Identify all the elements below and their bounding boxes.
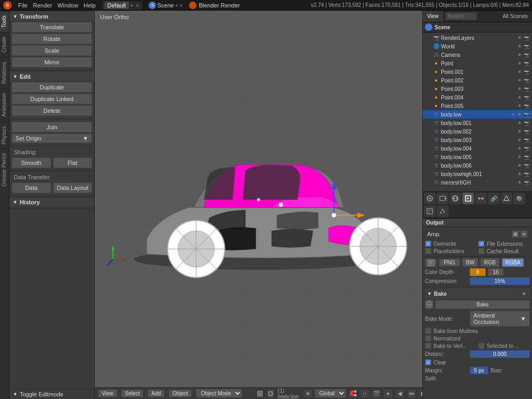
margin-value[interactable]: 5 px [470, 367, 488, 375]
mirrorshigh-eye-btn[interactable]: 👁 [517, 179, 523, 186]
point002-eye-btn[interactable]: 👁 [517, 77, 523, 84]
proportional-btn[interactable]: ○ [360, 389, 370, 398]
prop-icon-materials[interactable] [513, 193, 525, 204]
body-low003-eye-btn[interactable]: 👁 [517, 137, 523, 143]
body-low004-cam-btn[interactable]: 📷 [523, 145, 530, 152]
toggle-editmode[interactable]: ▼ Toggle Editmode [10, 389, 94, 399]
tree-item-body-low-003[interactable]: ▽ body.low.003 👁 📷 [423, 136, 532, 144]
body-low001-eye-btn[interactable]: 👁 [517, 120, 523, 126]
file-format-select[interactable]: PNG [439, 259, 460, 267]
global-local-select[interactable]: Global [315, 389, 346, 398]
viewport[interactable]: User Ortho [95, 11, 423, 399]
prop-icon-compositing[interactable] [475, 193, 487, 204]
edit-header[interactable]: ▼ Edit [10, 72, 94, 81]
bake-mode-select[interactable]: Ambient Occlusion ▼ [470, 311, 530, 327]
prop-icon-object-data[interactable] [501, 193, 512, 204]
tree-item-body-low-004[interactable]: ▽ body.low.004 👁 📷 [423, 144, 532, 153]
duplicate-linked-button[interactable]: Duplicate Linked [12, 94, 92, 104]
history-header[interactable]: ▼ History [10, 198, 94, 206]
body-lowhigh001-cam-btn[interactable]: 📷 [523, 171, 530, 177]
tree-item-body-low[interactable]: ▽ body.low ✕ 👁 📷 [423, 110, 532, 119]
side-tab-physics[interactable]: Physics [0, 121, 9, 148]
normalized-checkbox[interactable] [425, 335, 431, 342]
prop-icon-particles[interactable] [437, 205, 448, 217]
side-tab-animation[interactable]: Animation [0, 88, 9, 121]
body-low-restrict-btn[interactable]: ✕ [510, 111, 516, 118]
prop-icon-output[interactable] [462, 193, 474, 204]
bake-vert-checkbox[interactable] [425, 343, 431, 349]
tree-item-point003[interactable]: ● Point.003 👁 📷 [423, 85, 532, 93]
body-low002-cam-btn[interactable]: 📷 [523, 128, 530, 135]
tree-item-point004[interactable]: ● Point.004 👁 📷 [423, 93, 532, 102]
scene-close[interactable]: × [179, 2, 183, 9]
compression-value[interactable]: 15% [470, 277, 530, 285]
body-low001-cam-btn[interactable]: 📷 [523, 120, 530, 126]
tree-item-mirrorshigh[interactable]: ▽ mirrorsHIGH 👁 📷 [423, 178, 532, 187]
bake-options-btn[interactable]: ≡ [520, 290, 528, 297]
object-menu-btn[interactable]: Object [169, 389, 192, 397]
tree-item-body-low-006[interactable]: ▽ body.low.006 👁 📷 [423, 161, 532, 170]
body-low-eye-btn[interactable]: 👁 [517, 111, 523, 118]
body-low003-cam-btn[interactable]: 📷 [523, 137, 530, 143]
bake-section-header[interactable]: ▼ Bake ≡ [425, 289, 530, 298]
color-mode-rgb[interactable]: RGB [480, 258, 500, 267]
renderlayers-cam-btn[interactable]: 📷 [523, 35, 530, 41]
point002-cam-btn[interactable]: 📷 [523, 77, 530, 84]
viewport-icon-btn[interactable] [257, 390, 263, 397]
renderlayers-eye-btn[interactable]: 👁 [517, 35, 523, 41]
tree-item-camera[interactable]: 🎥 Camera 👁 📷 [423, 51, 532, 59]
mode-select[interactable]: Object Mode [196, 389, 242, 398]
transform-header[interactable]: ▼ Transform [10, 12, 94, 21]
view-menu-btn[interactable]: View [98, 389, 117, 397]
body-lowhigh001-eye-btn[interactable]: 👁 [517, 171, 523, 177]
body-low002-eye-btn[interactable]: 👁 [517, 128, 523, 135]
duplicate-button[interactable]: Duplicate [12, 82, 92, 93]
join-button[interactable]: Join [12, 122, 92, 132]
frame-btn[interactable]: ⏮ [407, 389, 416, 398]
body-low004-eye-btn[interactable]: 👁 [517, 145, 523, 152]
point-eye-btn[interactable]: 👁 [517, 60, 523, 66]
smooth-button[interactable]: Smooth [12, 157, 51, 168]
delete-button[interactable]: Delete [12, 105, 92, 116]
camera-restrict-btn[interactable]: 📷 [523, 52, 530, 58]
set-origin-select[interactable]: Set Origin ▼ [12, 134, 92, 143]
bake-type-icon[interactable] [425, 300, 433, 309]
file-extensions-checkbox[interactable] [478, 240, 485, 247]
bake-button[interactable]: Bake [435, 300, 530, 309]
overwrite-checkbox[interactable] [425, 240, 431, 247]
tree-item-point001[interactable]: ● Point.001 👁 📷 [423, 68, 532, 76]
record-btn[interactable]: ● [383, 389, 393, 398]
prop-icon-world[interactable] [449, 193, 461, 204]
side-tab-grease-pencil[interactable]: Grease Pencil [0, 148, 9, 191]
timeline-btn[interactable]: ◀ [395, 389, 405, 398]
add-menu-btn[interactable]: Add [148, 389, 165, 397]
color-mode-bw[interactable]: BW [462, 258, 478, 267]
side-tab-create[interactable]: Create [0, 32, 9, 57]
scale-button[interactable]: Scale [12, 45, 92, 56]
placeholders-checkbox[interactable] [425, 248, 431, 254]
point001-eye-btn[interactable]: 👁 [517, 69, 523, 75]
magnet-icon-btn[interactable]: 🧲 [348, 389, 358, 398]
prop-icon-object-constraints[interactable]: 🔗 [488, 193, 500, 204]
all-scenes-tab[interactable]: All Scenes [498, 11, 532, 22]
pivot-icon-btn[interactable]: ⊕ [303, 389, 313, 398]
point003-cam-btn[interactable]: 📷 [523, 86, 530, 92]
menu-help[interactable]: Help [84, 2, 96, 9]
color-mode-rgba[interactable]: RGBA [502, 258, 524, 267]
data-layout-button[interactable]: Data Layout [53, 182, 93, 193]
side-tab-relations[interactable]: Relations [0, 57, 9, 88]
tree-item-point002[interactable]: ● Point.002 👁 📷 [423, 76, 532, 85]
clear-checkbox[interactable] [425, 359, 431, 365]
body-low005-eye-btn[interactable]: 👁 [517, 154, 523, 160]
prop-icon-textures[interactable] [424, 205, 436, 217]
body-low006-cam-btn[interactable]: 📷 [523, 162, 530, 169]
amp-icon-btn[interactable]: ⊞ [512, 230, 519, 238]
close-layout-btn[interactable]: × [135, 2, 140, 9]
outliner-search-input[interactable] [445, 12, 477, 20]
tree-item-body-lowhigh-001[interactable]: ▽ body.lowhigh.001 👁 📷 [423, 170, 532, 178]
body-low006-eye-btn[interactable]: 👁 [517, 162, 523, 169]
menu-window[interactable]: Window [58, 2, 78, 9]
point-cam-btn[interactable]: 📷 [523, 60, 530, 66]
tree-item-renderlayers[interactable]: 📷 RenderLayers 👁 📷 [423, 34, 532, 42]
mirror-button[interactable]: Mirror [12, 57, 92, 68]
